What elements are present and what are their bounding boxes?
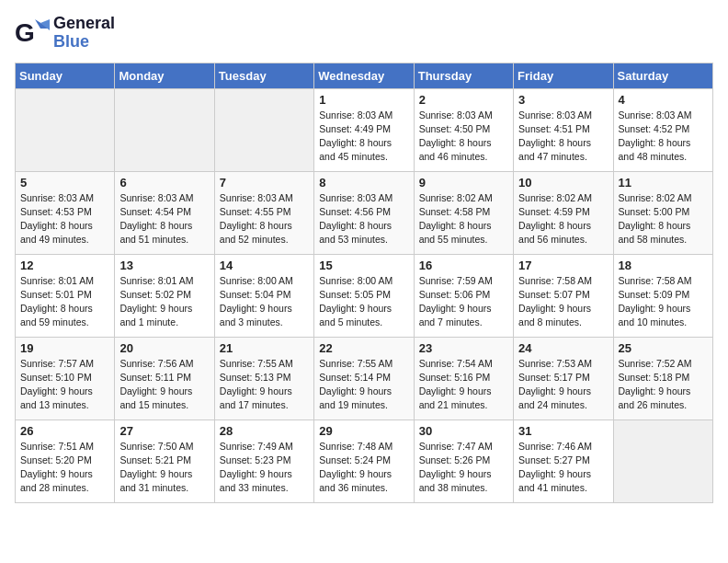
day-number: 23: [419, 341, 508, 355]
calendar-cell: 12Sunrise: 8:01 AM Sunset: 5:01 PM Dayli…: [16, 254, 115, 337]
day-number: 17: [518, 259, 608, 272]
calendar-cell: 27Sunrise: 7:50 AM Sunset: 5:21 PM Dayli…: [115, 419, 214, 502]
day-number: 14: [220, 259, 309, 272]
header-thursday: Thursday: [414, 63, 513, 88]
day-number: 4: [619, 93, 708, 107]
day-info: Sunrise: 7:48 AM Sunset: 5:24 PM Dayligh…: [319, 440, 408, 496]
calendar-cell: 17Sunrise: 7:58 AM Sunset: 5:07 PM Dayli…: [514, 254, 613, 337]
calendar-table: SundayMondayTuesdayWednesdayThursdayFrid…: [15, 63, 713, 503]
day-info: Sunrise: 7:58 AM Sunset: 5:07 PM Dayligh…: [518, 274, 608, 330]
day-info: Sunrise: 7:49 AM Sunset: 5:23 PM Dayligh…: [220, 440, 309, 496]
day-number: 3: [518, 93, 608, 107]
header-friday: Friday: [514, 63, 613, 88]
day-info: Sunrise: 8:02 AM Sunset: 4:58 PM Dayligh…: [419, 191, 508, 247]
calendar-header-row: SundayMondayTuesdayWednesdayThursdayFrid…: [16, 63, 713, 88]
calendar-cell: 15Sunrise: 8:00 AM Sunset: 5:05 PM Dayli…: [314, 254, 414, 337]
day-info: Sunrise: 8:02 AM Sunset: 4:59 PM Dayligh…: [518, 191, 608, 247]
header-monday: Monday: [115, 63, 214, 88]
day-number: 7: [220, 176, 309, 190]
day-number: 11: [619, 176, 708, 190]
day-info: Sunrise: 8:02 AM Sunset: 5:00 PM Dayligh…: [619, 191, 708, 247]
day-info: Sunrise: 7:52 AM Sunset: 5:18 PM Dayligh…: [619, 357, 708, 413]
calendar-cell: 18Sunrise: 7:58 AM Sunset: 5:09 PM Dayli…: [613, 254, 712, 337]
day-info: Sunrise: 8:03 AM Sunset: 4:56 PM Dayligh…: [319, 191, 408, 247]
calendar-cell: 29Sunrise: 7:48 AM Sunset: 5:24 PM Dayli…: [314, 419, 414, 502]
calendar-cell: 25Sunrise: 7:52 AM Sunset: 5:18 PM Dayli…: [613, 337, 712, 419]
day-number: 24: [518, 341, 608, 355]
day-number: 10: [518, 176, 608, 190]
day-info: Sunrise: 7:59 AM Sunset: 5:06 PM Dayligh…: [419, 274, 508, 330]
day-info: Sunrise: 7:46 AM Sunset: 5:27 PM Dayligh…: [518, 440, 608, 496]
day-number: 28: [220, 424, 309, 438]
calendar-cell: 26Sunrise: 7:51 AM Sunset: 5:20 PM Dayli…: [16, 419, 115, 502]
day-number: 30: [419, 424, 508, 438]
calendar-cell: [214, 88, 313, 171]
day-number: 12: [20, 259, 109, 272]
calendar-cell: 19Sunrise: 7:57 AM Sunset: 5:10 PM Dayli…: [16, 337, 115, 419]
calendar-cell: 14Sunrise: 8:00 AM Sunset: 5:04 PM Dayli…: [214, 254, 313, 337]
day-number: 31: [518, 424, 608, 438]
day-number: 15: [319, 259, 408, 272]
day-number: 29: [319, 424, 408, 438]
day-info: Sunrise: 8:03 AM Sunset: 4:51 PM Dayligh…: [518, 109, 608, 165]
day-number: 22: [319, 341, 408, 355]
logo-icon: G: [15, 16, 50, 51]
day-info: Sunrise: 7:55 AM Sunset: 5:14 PM Dayligh…: [319, 357, 408, 413]
calendar-week-2: 5Sunrise: 8:03 AM Sunset: 4:53 PM Daylig…: [16, 171, 713, 254]
day-number: 6: [119, 176, 209, 190]
day-info: Sunrise: 7:57 AM Sunset: 5:10 PM Dayligh…: [20, 357, 109, 413]
calendar-week-5: 26Sunrise: 7:51 AM Sunset: 5:20 PM Dayli…: [16, 419, 713, 502]
calendar-cell: 1Sunrise: 8:03 AM Sunset: 4:49 PM Daylig…: [314, 88, 414, 171]
day-info: Sunrise: 8:03 AM Sunset: 4:52 PM Dayligh…: [619, 109, 708, 165]
calendar-cell: 5Sunrise: 8:03 AM Sunset: 4:53 PM Daylig…: [16, 171, 115, 254]
day-number: 16: [419, 259, 508, 272]
day-info: Sunrise: 8:03 AM Sunset: 4:55 PM Dayligh…: [220, 191, 309, 247]
day-info: Sunrise: 8:03 AM Sunset: 4:50 PM Dayligh…: [419, 109, 508, 165]
day-number: 19: [20, 341, 109, 355]
day-info: Sunrise: 8:01 AM Sunset: 5:02 PM Dayligh…: [119, 274, 209, 330]
day-info: Sunrise: 8:00 AM Sunset: 5:05 PM Dayligh…: [319, 274, 408, 330]
page-header: G General Blue: [15, 15, 713, 52]
calendar-week-4: 19Sunrise: 7:57 AM Sunset: 5:10 PM Dayli…: [16, 337, 713, 419]
day-info: Sunrise: 8:01 AM Sunset: 5:01 PM Dayligh…: [20, 274, 109, 330]
day-info: Sunrise: 7:51 AM Sunset: 5:20 PM Dayligh…: [20, 440, 109, 496]
header-wednesday: Wednesday: [314, 63, 414, 88]
day-info: Sunrise: 7:53 AM Sunset: 5:17 PM Dayligh…: [518, 357, 608, 413]
day-number: 18: [619, 259, 708, 272]
calendar-cell: 7Sunrise: 8:03 AM Sunset: 4:55 PM Daylig…: [214, 171, 313, 254]
calendar-week-1: 1Sunrise: 8:03 AM Sunset: 4:49 PM Daylig…: [16, 88, 713, 171]
calendar-week-3: 12Sunrise: 8:01 AM Sunset: 5:01 PM Dayli…: [16, 254, 713, 337]
calendar-cell: 13Sunrise: 8:01 AM Sunset: 5:02 PM Dayli…: [115, 254, 214, 337]
calendar-cell: 30Sunrise: 7:47 AM Sunset: 5:26 PM Dayli…: [414, 419, 513, 502]
day-info: Sunrise: 8:03 AM Sunset: 4:53 PM Dayligh…: [20, 191, 109, 247]
day-number: 25: [619, 341, 708, 355]
logo-blue: Blue: [53, 33, 115, 52]
header-tuesday: Tuesday: [214, 63, 313, 88]
calendar-cell: 31Sunrise: 7:46 AM Sunset: 5:27 PM Dayli…: [514, 419, 613, 502]
day-number: 20: [119, 341, 209, 355]
calendar-cell: 8Sunrise: 8:03 AM Sunset: 4:56 PM Daylig…: [314, 171, 414, 254]
calendar-cell: 6Sunrise: 8:03 AM Sunset: 4:54 PM Daylig…: [115, 171, 214, 254]
calendar-cell: 11Sunrise: 8:02 AM Sunset: 5:00 PM Dayli…: [613, 171, 712, 254]
day-number: 1: [319, 93, 408, 107]
calendar-cell: 22Sunrise: 7:55 AM Sunset: 5:14 PM Dayli…: [314, 337, 414, 419]
day-number: 27: [119, 424, 209, 438]
day-number: 26: [20, 424, 109, 438]
calendar-cell: 24Sunrise: 7:53 AM Sunset: 5:17 PM Dayli…: [514, 337, 613, 419]
logo-general: General: [53, 14, 115, 32]
header-saturday: Saturday: [613, 63, 712, 88]
day-number: 8: [319, 176, 408, 190]
day-info: Sunrise: 8:00 AM Sunset: 5:04 PM Dayligh…: [220, 274, 309, 330]
day-number: 21: [220, 341, 309, 355]
calendar-cell: 21Sunrise: 7:55 AM Sunset: 5:13 PM Dayli…: [214, 337, 313, 419]
svg-text:G: G: [15, 18, 35, 47]
day-number: 2: [419, 93, 508, 107]
calendar-cell: [16, 88, 115, 171]
logo: G General Blue: [15, 15, 115, 52]
calendar-cell: 23Sunrise: 7:54 AM Sunset: 5:16 PM Dayli…: [414, 337, 513, 419]
calendar-cell: 16Sunrise: 7:59 AM Sunset: 5:06 PM Dayli…: [414, 254, 513, 337]
day-number: 13: [119, 259, 209, 272]
calendar-cell: 20Sunrise: 7:56 AM Sunset: 5:11 PM Dayli…: [115, 337, 214, 419]
calendar-cell: [613, 419, 712, 502]
day-info: Sunrise: 8:03 AM Sunset: 4:49 PM Dayligh…: [319, 109, 408, 165]
